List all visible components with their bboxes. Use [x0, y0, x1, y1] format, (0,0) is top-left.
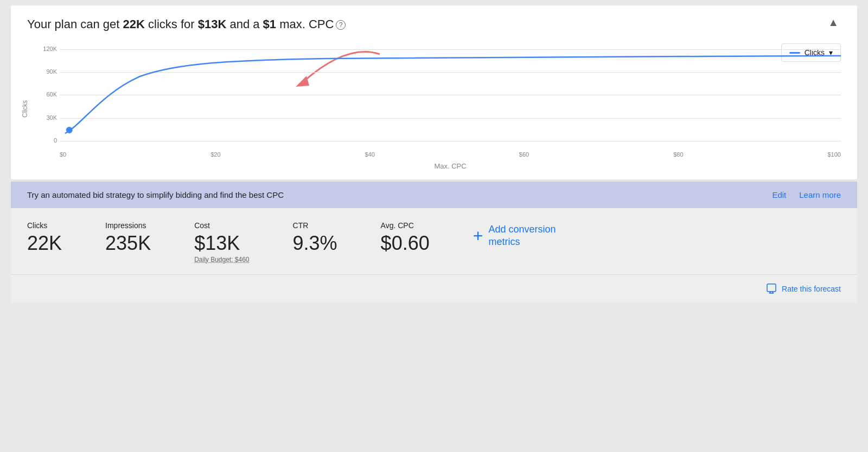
metric-ctr-label: CTR: [293, 221, 337, 230]
metric-clicks-label: Clicks: [27, 221, 62, 230]
metric-ctr: CTR 9.3%: [293, 221, 337, 255]
title-part1: Your plan can get: [27, 17, 123, 31]
metric-clicks: Clicks 22K: [27, 221, 62, 255]
edit-link[interactable]: Edit: [772, 190, 786, 199]
add-conversion-button[interactable]: + Add conversionmetrics: [473, 223, 556, 249]
title-part3: and a: [226, 17, 263, 31]
y-label-60k: 60K: [30, 91, 57, 98]
learn-more-link[interactable]: Learn more: [799, 190, 841, 199]
x-label-60: $60: [519, 151, 529, 158]
add-conversion-text: Add conversionmetrics: [488, 223, 556, 249]
metric-cost-value: $13K: [194, 232, 249, 255]
rate-forecast-label: Rate this forecast: [782, 285, 841, 293]
title-clicks: 22K: [123, 17, 145, 31]
footer-section: Rate this forecast: [11, 274, 857, 303]
help-icon[interactable]: ?: [336, 20, 346, 30]
svg-point-1: [66, 127, 73, 133]
title-cost: $13K: [198, 17, 227, 31]
svg-rect-2: [767, 284, 776, 292]
chart-section: Your plan can get 22K clicks for $13K an…: [11, 5, 857, 179]
metric-impressions-value: 235K: [105, 232, 151, 255]
rate-forecast-icon: [767, 283, 777, 294]
chart-header: Your plan can get 22K clicks for $13K an…: [27, 16, 841, 33]
title-part2: clicks for: [145, 17, 198, 31]
metric-avg-cpc-label: Avg. CPC: [381, 221, 430, 230]
y-label-0: 0: [30, 137, 57, 144]
x-label-40: $40: [365, 151, 375, 158]
x-label-0: $0: [60, 151, 66, 158]
metric-impressions-label: Impressions: [105, 221, 151, 230]
metric-clicks-value: 22K: [27, 232, 62, 255]
y-axis-label: Clicks: [21, 100, 29, 118]
metric-cost-label: Cost: [194, 221, 249, 230]
plus-icon: +: [473, 227, 483, 244]
metric-avg-cpc: Avg. CPC $0.60: [381, 221, 430, 255]
chart-svg: [60, 49, 841, 141]
title-part4: max. CPC: [276, 17, 334, 31]
chart-title: Your plan can get 22K clicks for $13K an…: [27, 16, 346, 33]
banner-actions: Edit Learn more: [772, 190, 841, 199]
y-label-90k: 90K: [30, 68, 57, 75]
metric-impressions: Impressions 235K: [105, 221, 151, 255]
chart-wrapper: Clicks 120K 90K 60K 30K: [27, 49, 841, 169]
metric-avg-cpc-value: $0.60: [381, 232, 430, 255]
metrics-row: Clicks 22K Impressions 235K Cost $13K Da…: [27, 221, 841, 263]
y-label-30k: 30K: [30, 114, 57, 121]
metric-cost: Cost $13K Daily Budget: $460: [194, 221, 249, 263]
banner-text: Try an automated bid strategy to simplif…: [27, 190, 284, 199]
x-axis-title: Max. CPC: [60, 162, 841, 170]
metric-cost-sub: Daily Budget: $460: [194, 256, 249, 263]
title-cpc: $1: [263, 17, 276, 31]
banner-section: Try an automated bid strategy to simplif…: [11, 182, 857, 208]
rate-forecast-button[interactable]: Rate this forecast: [767, 283, 841, 294]
x-label-20: $20: [210, 151, 220, 158]
chart-inner: 120K 90K 60K 30K 0: [60, 49, 841, 158]
x-axis: $0 $20 $40 $60 $80 $100: [60, 151, 841, 158]
x-label-80: $80: [673, 151, 683, 158]
metric-ctr-value: 9.3%: [293, 232, 337, 255]
y-label-120k: 120K: [30, 46, 57, 52]
metrics-section: Clicks 22K Impressions 235K Cost $13K Da…: [11, 208, 857, 274]
collapse-button[interactable]: ▲: [826, 16, 841, 29]
x-label-100: $100: [827, 151, 840, 158]
